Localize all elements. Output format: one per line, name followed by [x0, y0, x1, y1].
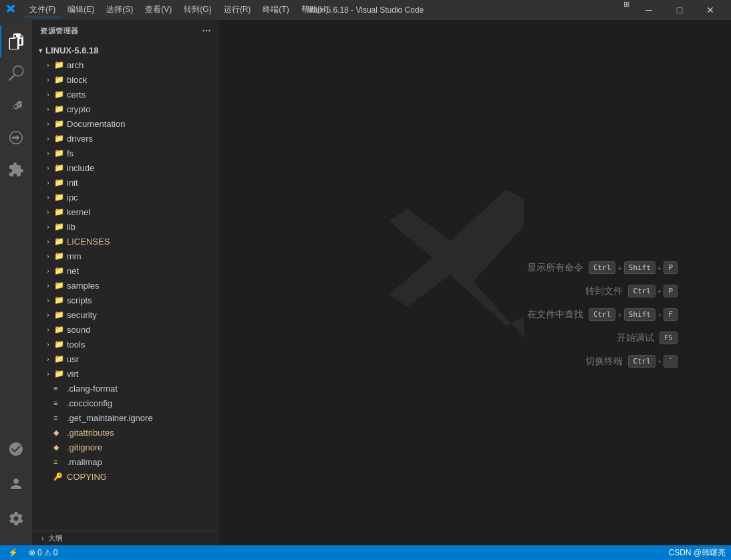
activity-extensions[interactable] [0, 154, 32, 186]
folder-init[interactable]: › 📁 init [32, 175, 219, 190]
folder-icon: 📁 [53, 74, 64, 85]
file-gitattributes[interactable]: › ◆ .gitattributes [32, 425, 219, 440]
root-folder[interactable]: ▾ LINUX-5.6.18 [32, 43, 219, 57]
close-button[interactable]: ✕ [695, 0, 726, 20]
outline-section[interactable]: › 大纲 [32, 531, 219, 545]
menu-file[interactable]: 文件(F) [24, 3, 61, 17]
block-arrow: › [43, 74, 53, 85]
shortcut-terminal: 切换终端 Ctrl + ` [527, 355, 678, 368]
file-copying[interactable]: › 🔑 COPYING [32, 469, 219, 484]
certs-arrow: › [43, 89, 53, 100]
file-tree[interactable]: ▾ LINUX-5.6.18 › 📁 arch › 📁 block › [32, 41, 219, 531]
folder-icon: 📁 [53, 133, 64, 144]
get-maintainer-label: .get_maintainer.ignore [67, 413, 153, 423]
terminal-keys: Ctrl + ` [628, 355, 678, 368]
folder-tools[interactable]: › 📁 tools [32, 337, 219, 352]
outline-arrow: › [37, 533, 48, 544]
activity-source-control[interactable] [0, 90, 32, 122]
folder-licenses[interactable]: › 📁 LICENSES [32, 234, 219, 249]
sidebar-actions[interactable]: ··· [202, 25, 211, 36]
folder-virt[interactable]: › 📁 virt [32, 366, 219, 381]
folder-certs[interactable]: › 📁 certs [32, 87, 219, 102]
folder-samples[interactable]: › 📁 samples [32, 278, 219, 293]
crypto-arrow: › [43, 104, 53, 114]
editor-area: 显示所有命令 Ctrl + Shift + P 转到文件 Ctrl + P 在文 [219, 20, 731, 545]
kernel-arrow: › [43, 206, 53, 217]
key-ctrl: Ctrl [589, 261, 616, 274]
menu-view[interactable]: 查看(V) [140, 3, 177, 17]
folder-scripts[interactable]: › 📁 scripts [32, 293, 219, 307]
error-indicator[interactable]: ⊗ 0 ⚠ 0 [26, 548, 60, 557]
folder-icon: 📁 [53, 265, 64, 276]
key-shift2: Shift [624, 308, 655, 321]
folder-usr[interactable]: › 📁 usr [32, 352, 219, 366]
root-label: LINUX-5.6.18 [45, 45, 98, 55]
titlebar-left: 文件(F) 编辑(E) 选择(S) 查看(V) 转到(G) 运行(R) 终端(T… [5, 3, 333, 17]
menu-terminal[interactable]: 终端(T) [257, 3, 294, 17]
window-controls: ⊞ ─ □ ✕ [619, 0, 726, 20]
activity-explorer[interactable] [0, 25, 32, 57]
file-clang-format[interactable]: › ≡ .clang-format [32, 381, 219, 396]
drivers-label: drivers [67, 134, 93, 144]
scripts-arrow: › [43, 295, 53, 305]
mailmap-label: .mailmap [67, 457, 102, 467]
menu-edit[interactable]: 编辑(E) [62, 3, 100, 17]
folder-mm[interactable]: › 📁 mm [32, 249, 219, 263]
find-label: 在文件中查找 [527, 309, 583, 321]
folder-ipc[interactable]: › 📁 ipc [32, 190, 219, 204]
ipc-label: ipc [67, 192, 78, 202]
file-cocciconfig[interactable]: › ≡ .cocciconfig [32, 396, 219, 410]
lib-label: lib [67, 222, 76, 232]
folder-documentation[interactable]: › 📁 Documentation [32, 116, 219, 131]
folder-icon: 📁 [53, 295, 64, 305]
activity-account[interactable] [0, 468, 32, 500]
menu-select[interactable]: 选择(S) [101, 3, 138, 17]
folder-sound[interactable]: › 📁 sound [32, 322, 219, 337]
activity-run[interactable] [0, 122, 32, 154]
folder-security[interactable]: › 📁 security [32, 307, 219, 322]
file-icon: ≡ [53, 384, 64, 392]
license-icon: 🔑 [53, 472, 64, 481]
folder-arch[interactable]: › 📁 arch [32, 57, 219, 72]
folder-icon: 📁 [53, 251, 64, 261]
folder-crypto[interactable]: › 📁 crypto [32, 102, 219, 116]
file-label: 转到文件 [585, 285, 623, 297]
licenses-label: LICENSES [67, 237, 110, 247]
samples-arrow: › [43, 280, 53, 291]
folder-fs[interactable]: › 📁 fs [32, 146, 219, 160]
file-get-maintainer[interactable]: › ≡ .get_maintainer.ignore [32, 410, 219, 425]
activity-settings[interactable] [0, 503, 32, 535]
folder-lib[interactable]: › 📁 lib [32, 219, 219, 234]
folder-net[interactable]: › 📁 net [32, 263, 219, 278]
file-mailmap[interactable]: › ≡ .mailmap [32, 454, 219, 469]
maximize-button[interactable]: □ [664, 0, 695, 20]
clang-format-label: .clang-format [67, 384, 118, 394]
folder-include[interactable]: › 📁 include [32, 160, 219, 175]
kernel-label: kernel [67, 207, 90, 217]
net-label: net [67, 266, 79, 276]
folder-drivers[interactable]: › 📁 drivers [32, 131, 219, 146]
layout-button[interactable]: ⊞ [619, 0, 633, 20]
commands-label: 显示所有命令 [527, 262, 583, 274]
file-gitignore[interactable]: › ◆ .gitignore [32, 440, 219, 454]
init-label: init [67, 178, 78, 188]
key-shift: Shift [624, 261, 655, 274]
folder-kernel[interactable]: › 📁 kernel [32, 204, 219, 219]
main-area: 资源管理器 ··· ▾ LINUX-5.6.18 › 📁 arch › [0, 20, 731, 545]
root-arrow: ▾ [35, 45, 45, 55]
licenses-arrow: › [43, 236, 53, 247]
security-arrow: › [43, 309, 53, 320]
fs-label: fs [67, 148, 74, 158]
minimize-button[interactable]: ─ [633, 0, 664, 20]
folder-icon: 📁 [53, 324, 64, 335]
menu-run[interactable]: 运行(R) [218, 3, 257, 17]
init-arrow: › [43, 177, 53, 188]
activity-search[interactable] [0, 57, 32, 90]
arch-label: arch [67, 60, 84, 70]
key-ctrl3: Ctrl [628, 355, 655, 368]
remote-indicator[interactable]: ⚡ [5, 548, 21, 557]
menu-goto[interactable]: 转到(G) [178, 3, 216, 17]
include-label: include [67, 163, 94, 173]
activity-remote[interactable] [0, 433, 32, 465]
folder-block[interactable]: › 📁 block [32, 72, 219, 87]
